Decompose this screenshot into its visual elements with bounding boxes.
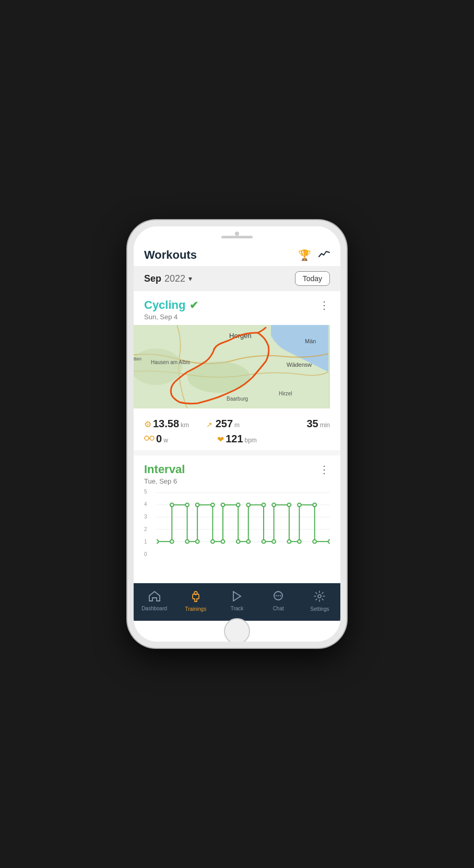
svg-point-65 <box>298 503 301 507</box>
page-title: Workouts <box>144 248 197 262</box>
svg-point-54 <box>236 503 240 507</box>
elevation-arrow-icon: ↗ <box>206 420 212 429</box>
speaker <box>221 236 253 238</box>
phone-screen: Workouts 🏆 Sep 2022 ▾ Today <box>134 226 340 642</box>
svg-point-64 <box>298 540 301 544</box>
trophy-icon[interactable]: 🏆 <box>298 249 311 261</box>
svg-point-57 <box>246 503 250 507</box>
svg-point-10 <box>145 436 149 440</box>
interval-more-icon[interactable]: ⋮ <box>319 463 330 476</box>
svg-point-66 <box>313 503 316 507</box>
duration-unit: min <box>320 421 330 429</box>
nav-item-dashboard[interactable]: Dashboard <box>134 583 175 619</box>
duration-stat: 35 min <box>268 418 330 430</box>
nav-label-trainings: Trainings <box>185 606 206 612</box>
svg-text:Hirzel: Hirzel <box>279 391 292 396</box>
camera <box>235 232 239 236</box>
distance-value: 13.58 <box>153 418 179 430</box>
svg-point-11 <box>150 436 154 440</box>
heart-rate-unit: bpm <box>245 437 257 444</box>
nav-item-trainings[interactable]: Trainings <box>175 583 216 619</box>
today-button[interactable]: Today <box>295 271 330 286</box>
svg-text:stetten: stetten <box>134 356 141 361</box>
cycling-workout-card: Cycling ✔ ⋮ Sun, Sep 4 <box>134 291 340 325</box>
nav-label-settings: Settings <box>310 606 329 612</box>
chart-y-labels: 0 1 2 3 4 5 <box>144 489 147 557</box>
chat-icon <box>272 591 284 604</box>
home-indicator <box>134 621 340 642</box>
heart-rate-stat: ❤ 121 bpm <box>206 433 268 445</box>
svg-point-67 <box>313 540 316 544</box>
power-stat: 0 w <box>144 433 206 445</box>
settings-icon <box>314 590 325 605</box>
screen-content: Workouts 🏆 Sep 2022 ▾ Today <box>134 242 340 583</box>
svg-point-53 <box>221 503 225 507</box>
nav-label-track: Track <box>231 606 244 611</box>
elevation-unit: m <box>234 421 240 429</box>
svg-marker-70 <box>233 592 241 601</box>
chart-area <box>157 489 330 557</box>
duration-value: 35 <box>306 418 318 430</box>
svg-point-56 <box>246 540 250 544</box>
distance-unit: km <box>181 421 189 429</box>
nav-label-chat: Chat <box>273 606 284 611</box>
cycling-map[interactable]: Horgen Hausen am Albis Wädensw Män Hirze… <box>134 325 330 408</box>
y-label-4: 4 <box>144 502 147 507</box>
cycling-date: Sun, Sep 4 <box>144 313 330 321</box>
svg-point-44 <box>170 540 174 544</box>
svg-point-48 <box>196 540 199 544</box>
cycling-more-icon[interactable]: ⋮ <box>319 299 330 311</box>
track-icon <box>232 591 242 604</box>
svg-point-72 <box>276 595 277 596</box>
svg-point-58 <box>262 503 266 507</box>
svg-point-63 <box>287 540 291 544</box>
interval-title: Interval <box>144 463 185 476</box>
svg-point-51 <box>211 540 215 544</box>
svg-point-60 <box>272 540 276 544</box>
y-label-3: 3 <box>144 514 147 520</box>
power-icon <box>144 434 155 444</box>
svg-point-49 <box>196 503 199 507</box>
y-label-0: 0 <box>144 552 147 557</box>
svg-text:Wädensw: Wädensw <box>287 361 312 368</box>
power-value: 0 <box>156 433 162 445</box>
trainings-icon <box>191 590 200 605</box>
stats-row-2: 0 w ❤ 121 bpm <box>144 432 330 450</box>
home-button[interactable] <box>224 618 250 642</box>
bottom-nav: Dashboard Trainings Track <box>134 583 340 621</box>
interval-chart: 0 1 2 3 4 5 <box>144 489 330 568</box>
header-icons: 🏆 <box>298 249 330 261</box>
chart-icon[interactable] <box>318 249 330 261</box>
svg-point-75 <box>318 595 321 598</box>
cycling-title-row: Cycling ✔ <box>144 298 198 312</box>
nav-label-dashboard: Dashboard <box>141 606 167 611</box>
svg-point-62 <box>287 503 291 507</box>
interval-workout-card: Interval ⋮ Tue, Sep 6 0 1 2 3 4 5 <box>134 455 340 568</box>
power-unit: w <box>163 437 168 444</box>
chart-svg <box>157 489 330 557</box>
nav-item-chat[interactable]: Chat <box>258 583 299 619</box>
nav-item-settings[interactable]: Settings <box>299 583 340 619</box>
date-selector[interactable]: Sep 2022 ▾ <box>144 273 192 284</box>
cycling-stats: ⚙ 13.58 km ↗ 257 m 35 min <box>134 408 340 450</box>
svg-text:Hausen am Albis: Hausen am Albis <box>151 359 190 365</box>
heart-rate-value: 121 <box>226 433 243 445</box>
notch-area <box>134 226 340 242</box>
svg-point-74 <box>280 595 281 596</box>
distance-stat: ⚙ 13.58 km <box>144 418 206 430</box>
heart-rate-icon: ❤ <box>217 435 224 444</box>
svg-text:Män: Män <box>305 338 316 344</box>
svg-point-52 <box>221 540 225 544</box>
svg-point-43 <box>157 540 158 544</box>
y-label-1: 1 <box>144 539 147 545</box>
stats-row-1: ⚙ 13.58 km ↗ 257 m 35 min <box>144 413 330 432</box>
svg-point-55 <box>236 540 240 544</box>
card-spacer <box>134 450 340 455</box>
y-label-5: 5 <box>144 489 147 495</box>
interval-title-row: Interval <box>144 463 185 476</box>
nav-item-track[interactable]: Track <box>216 583 257 619</box>
date-bar: Sep 2022 ▾ Today <box>134 266 340 291</box>
phone-frame: Workouts 🏆 Sep 2022 ▾ Today <box>127 220 347 648</box>
svg-point-61 <box>272 503 276 507</box>
cycling-header: Cycling ✔ ⋮ <box>144 298 330 312</box>
